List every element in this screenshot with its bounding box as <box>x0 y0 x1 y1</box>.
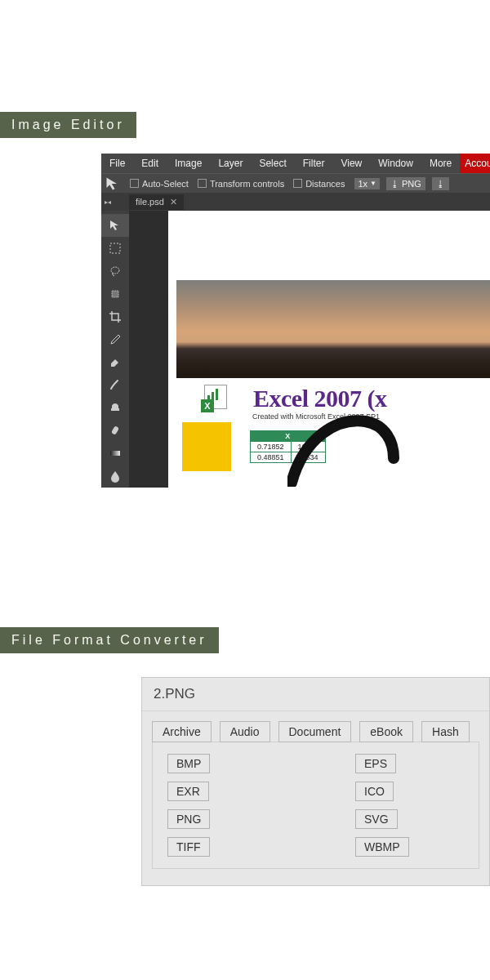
menu-view[interactable]: View <box>332 154 370 173</box>
collapse-icon[interactable]: ▸◂ <box>105 198 111 206</box>
export-button[interactable]: ⭳ PNG <box>386 177 425 190</box>
close-icon[interactable]: ✕ <box>170 197 177 207</box>
distances-label: Distances <box>305 179 345 189</box>
svg-rect-5 <box>110 451 120 456</box>
move-tool[interactable] <box>101 214 129 237</box>
menu-image[interactable]: Image <box>167 154 210 173</box>
export-format-label: PNG <box>402 179 421 189</box>
checkbox-icon <box>293 179 302 188</box>
healing-tool[interactable] <box>101 419 129 442</box>
account-button[interactable]: Account <box>460 154 490 173</box>
checkbox-icon <box>198 179 207 188</box>
zoom-dropdown[interactable]: 1x ▼ <box>354 178 380 189</box>
eyedropper-tool[interactable] <box>101 328 129 351</box>
photo-layer <box>176 280 490 378</box>
format-exr[interactable]: EXR <box>167 782 209 801</box>
excel-file-icon: X <box>204 385 229 409</box>
menu-window[interactable]: Window <box>370 154 421 173</box>
canvas-gutter <box>129 211 168 488</box>
download-icon: ⭳ <box>436 179 445 189</box>
tool-strip <box>101 211 129 488</box>
section-title-image-editor: Image Editor <box>0 112 136 138</box>
lasso-tool[interactable] <box>101 260 129 283</box>
section-title-converter: File Format Converter <box>0 627 219 653</box>
svg-rect-0 <box>110 243 120 253</box>
menu-edit[interactable]: Edit <box>133 154 167 173</box>
format-eps[interactable]: EPS <box>355 754 396 773</box>
move-tool-icon <box>105 176 121 192</box>
gradient-tool[interactable] <box>101 442 129 465</box>
file-converter-panel: 2.PNG Archive Audio Document eBook Hash … <box>141 677 490 886</box>
svg-rect-4 <box>111 425 119 435</box>
export-secondary-button[interactable]: ⭳ <box>432 177 449 190</box>
auto-select-label: Auto-Select <box>142 179 189 189</box>
format-grid: BMP EXR PNG TIFF EPS ICO SVG WBMP <box>152 742 479 869</box>
eraser-tool[interactable] <box>101 351 129 374</box>
options-bar: Auto-Select Transform controls Distances… <box>101 173 490 193</box>
menu-more[interactable]: More <box>421 154 460 173</box>
format-ico[interactable]: ICO <box>355 782 394 801</box>
tab-audio[interactable]: Audio <box>220 721 270 742</box>
menu-filter[interactable]: Filter <box>295 154 333 173</box>
download-icon: ⭳ <box>390 179 399 189</box>
magic-wand-tool[interactable] <box>101 283 129 305</box>
auto-select-toggle[interactable]: Auto-Select <box>130 179 189 189</box>
svg-point-1 <box>111 267 119 274</box>
crop-tool[interactable] <box>101 305 129 328</box>
tab-ebook[interactable]: eBook <box>359 721 413 742</box>
excel-heading: Excel 2007 (x <box>253 385 386 412</box>
document-tab[interactable]: file.psd ✕ <box>129 194 184 210</box>
tab-hash[interactable]: Hash <box>421 721 470 742</box>
clone-stamp-tool[interactable] <box>101 396 129 419</box>
menu-bar: File Edit Image Layer Select Filter View… <box>101 154 490 173</box>
svg-rect-2 <box>112 291 118 297</box>
format-png[interactable]: PNG <box>167 809 210 829</box>
menu-select[interactable]: Select <box>251 154 294 173</box>
format-tiff[interactable]: TIFF <box>167 837 210 857</box>
brush-tool[interactable] <box>101 373 129 396</box>
image-editor-window: File Edit Image Layer Select Filter View… <box>101 154 490 488</box>
tab-document[interactable]: Document <box>278 721 352 742</box>
checkbox-icon <box>130 179 139 188</box>
yellow-square <box>182 422 231 471</box>
distances-toggle[interactable]: Distances <box>293 179 345 189</box>
chevron-down-icon: ▼ <box>370 180 376 187</box>
transform-controls-label: Transform controls <box>210 179 284 189</box>
canvas-area: X Excel 2007 (x Created with Microsoft E… <box>129 211 490 488</box>
document-tab-row: ▸◂ file.psd ✕ <box>101 193 490 211</box>
category-tabs: Archive Audio Document eBook Hash <box>152 721 479 742</box>
format-bmp[interactable]: BMP <box>167 754 210 773</box>
tab-archive[interactable]: Archive <box>152 721 212 742</box>
format-svg[interactable]: SVG <box>355 809 398 829</box>
transform-controls-toggle[interactable]: Transform controls <box>198 179 284 189</box>
marquee-tool[interactable] <box>101 237 129 260</box>
document-filename: file.psd <box>136 197 164 207</box>
converter-filename: 2.PNG <box>142 678 489 711</box>
blur-tool[interactable] <box>101 465 129 488</box>
format-wbmp[interactable]: WBMP <box>355 837 409 857</box>
zoom-value: 1x <box>358 179 368 189</box>
menu-file[interactable]: File <box>101 154 133 173</box>
menu-layer[interactable]: Layer <box>210 154 251 173</box>
brush-stroke <box>287 413 402 487</box>
canvas[interactable]: X Excel 2007 (x Created with Microsoft E… <box>168 211 490 488</box>
